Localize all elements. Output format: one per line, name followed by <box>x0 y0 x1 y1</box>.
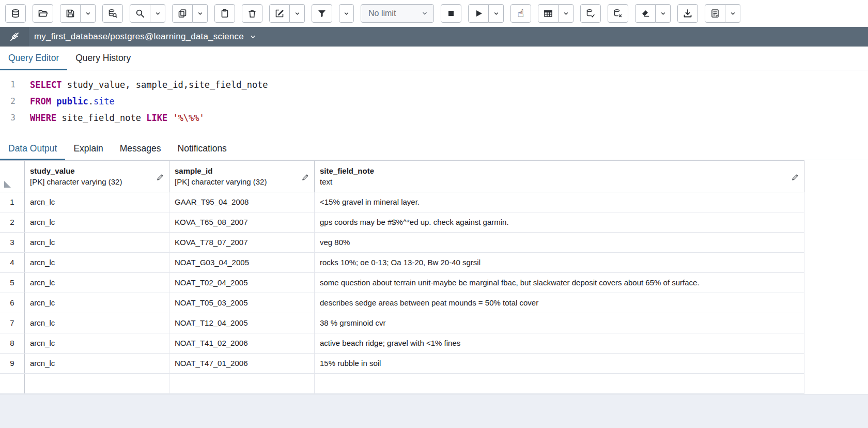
stop-icon <box>446 8 456 19</box>
row-number[interactable]: 8 <box>0 333 25 353</box>
column-name: site_field_note <box>320 165 788 176</box>
paste-button[interactable] <box>214 4 235 23</box>
edit-pencil-icon[interactable] <box>156 173 164 181</box>
cell-study-value[interactable]: arcn_lc <box>25 313 169 333</box>
cell-study-value[interactable]: arcn_lc <box>25 212 169 232</box>
cell-study-value[interactable]: arcn_lc <box>25 273 169 293</box>
clear-button[interactable] <box>635 4 656 23</box>
filter-menu-button[interactable] <box>339 4 354 23</box>
tab-notifications[interactable]: Notifications <box>169 137 235 160</box>
find-button[interactable] <box>130 4 150 23</box>
query-tool-button[interactable] <box>5 4 26 23</box>
sql-editor[interactable]: 1 SELECT study_value, sample_id,site_fie… <box>0 70 868 137</box>
column-header-site-field-note[interactable]: site_field_note text <box>315 161 804 192</box>
edit-pencil-icon[interactable] <box>301 173 309 181</box>
view-data-menu-button[interactable] <box>559 4 574 23</box>
tab-messages[interactable]: Messages <box>112 137 169 160</box>
cell-sample-id[interactable]: NOAT_T05_03_2005 <box>169 293 315 313</box>
line-number: 1 <box>0 77 23 93</box>
filter-button[interactable] <box>312 4 332 23</box>
rollback-button[interactable] <box>608 4 628 23</box>
execute-button[interactable] <box>468 4 489 23</box>
column-header-study-value[interactable]: study_value [PK] character varying (32) <box>25 161 169 192</box>
cell-sample-id[interactable]: NOAT_T47_01_2006 <box>169 354 315 373</box>
row-number[interactable]: 3 <box>0 233 25 252</box>
row-limit-select[interactable]: No limit <box>361 4 434 23</box>
chevron-down-icon <box>343 10 350 17</box>
cancel-query-button[interactable] <box>441 4 461 23</box>
pan-button[interactable]: ☝ <box>510 4 531 23</box>
row-number[interactable]: 4 <box>0 253 25 272</box>
copy-menu-button[interactable] <box>193 4 208 23</box>
cell-study-value[interactable]: arcn_lc <box>25 354 169 373</box>
select-all-corner[interactable] <box>0 161 25 192</box>
edit-menu-button[interactable] <box>290 4 305 23</box>
cell-sample-id[interactable]: NOAT_G03_04_2005 <box>169 253 315 272</box>
cell-study-value[interactable]: arcn_lc <box>25 233 169 252</box>
cell-site-field-note[interactable]: rocks 10%; oe 0-13; Oa 13-20, Bw 20-40 s… <box>315 253 804 272</box>
database-commit-icon <box>585 8 596 19</box>
edit-button[interactable] <box>269 4 290 23</box>
open-file-button[interactable] <box>33 4 53 23</box>
save-button[interactable] <box>60 4 81 23</box>
tab-data-output[interactable]: Data Output <box>0 137 65 160</box>
cell-site-field-note[interactable]: some question about terrain unit-maybe b… <box>315 273 804 293</box>
download-button[interactable] <box>677 4 698 23</box>
delete-row-button[interactable] <box>242 4 262 23</box>
commit-button[interactable] <box>580 4 601 23</box>
tab-notifications-label: Notifications <box>178 143 227 154</box>
execute-menu-button[interactable] <box>489 4 504 23</box>
column-header-sample-id[interactable]: sample_id [PK] character varying (32) <box>169 161 315 192</box>
table-row: 7 arcn_lc NOAT_T12_04_2005 38 % grsminoi… <box>0 313 804 333</box>
table-row: 9 arcn_lc NOAT_T47_01_2006 15% rubble in… <box>0 354 804 374</box>
table-row: 3 arcn_lc KOVA_T78_07_2007 veg 80% <box>0 233 804 253</box>
cell-sample-id[interactable]: NOAT_T02_04_2005 <box>169 273 315 293</box>
view-data-button[interactable] <box>538 4 559 23</box>
column-name: sample_id <box>175 165 299 176</box>
cell-site-field-note[interactable]: veg 80% <box>315 233 804 252</box>
cell-site-field-note[interactable]: 15% rubble in soil <box>315 354 804 373</box>
cell-site-field-note[interactable]: <15% gravel in mineral layer. <box>315 192 804 212</box>
row-number[interactable]: 1 <box>0 192 25 212</box>
row-limit-value: No limit <box>368 9 396 18</box>
row-number[interactable]: 6 <box>0 293 25 313</box>
row-number[interactable]: 7 <box>0 313 25 333</box>
line-number: 3 <box>0 110 23 126</box>
data-output-grid: study_value [PK] character varying (32) … <box>0 160 804 394</box>
paste-icon <box>220 8 230 19</box>
row-number[interactable]: 2 <box>0 212 25 232</box>
connection-menu-chevron-icon[interactable] <box>249 33 257 41</box>
clear-menu-button[interactable] <box>656 4 671 23</box>
cell-sample-id[interactable]: KOVA_T78_07_2007 <box>169 233 315 252</box>
cell-sample-id[interactable]: KOVA_T65_08_2007 <box>169 212 315 232</box>
row-number[interactable]: 9 <box>0 354 25 373</box>
cell-sample-id[interactable]: NOAT_T12_04_2005 <box>169 313 315 333</box>
find-menu-button[interactable] <box>150 4 165 23</box>
cell-study-value[interactable]: arcn_lc <box>25 293 169 313</box>
cell-sample-id[interactable]: NOAT_T41_02_2006 <box>169 333 315 353</box>
trash-icon <box>247 8 257 19</box>
save-menu-button[interactable] <box>81 4 96 23</box>
tab-query-history[interactable]: Query History <box>67 47 139 70</box>
cell-site-field-note[interactable]: gps coords may be #$%^*ed up. check agai… <box>315 212 804 232</box>
cell-site-field-note[interactable]: 38 % grsminoid cvr <box>315 313 804 333</box>
row-number[interactable]: 5 <box>0 273 25 293</box>
tab-explain[interactable]: Explain <box>65 137 111 160</box>
sql-line: 2 FROM public.site <box>0 93 868 110</box>
macro-button[interactable] <box>705 4 725 23</box>
search-database-button[interactable] <box>102 4 123 23</box>
cell-sample-id[interactable]: GAAR_T95_04_2008 <box>169 192 315 212</box>
editor-tabs: Query Editor Query History <box>0 47 868 70</box>
cell-study-value[interactable]: arcn_lc <box>25 192 169 212</box>
edit-pencil-icon[interactable] <box>791 173 799 181</box>
cell-site-field-note[interactable]: describes sedge areas between peat mound… <box>315 293 804 313</box>
sql-table: site <box>94 96 115 106</box>
cell-study-value[interactable]: arcn_lc <box>25 333 169 353</box>
cell-study-value[interactable]: arcn_lc <box>25 253 169 272</box>
sql-line: 3 WHERE site_field_note LIKE '%\%%' <box>0 110 868 126</box>
macro-menu-button[interactable] <box>725 4 740 23</box>
connection-label[interactable]: my_first_database/postgres@learning_data… <box>34 32 244 42</box>
tab-query-editor[interactable]: Query Editor <box>0 47 67 70</box>
copy-button[interactable] <box>172 4 193 23</box>
cell-site-field-note[interactable]: active beach ridge; gravel with <1% fine… <box>315 333 804 353</box>
